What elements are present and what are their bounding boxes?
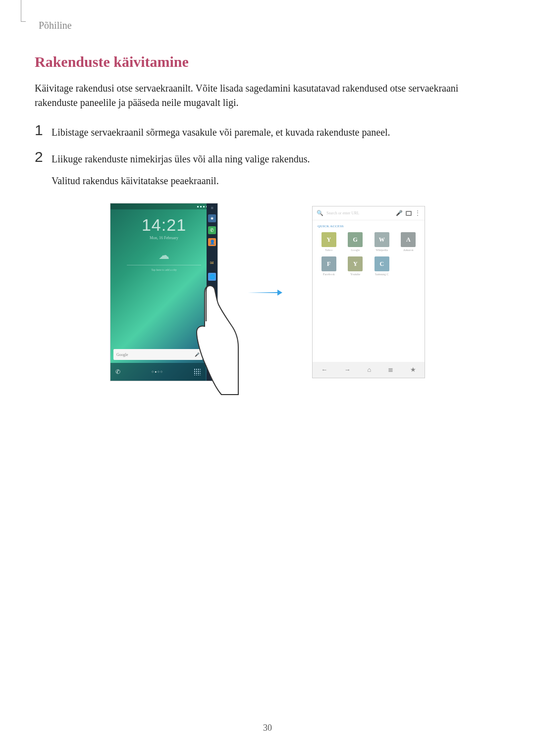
step-1: 1 Libistage servaekraanil sõrmega vasaku… xyxy=(35,123,500,140)
back-icon: ← xyxy=(321,366,327,374)
step-2-subtext: Valitud rakendus käivitatakse peaekraani… xyxy=(52,173,310,188)
edge-menu-icon: ≡ xyxy=(208,205,216,210)
nav-dots: ○ ● ○ ○ xyxy=(152,370,162,374)
quick-access-label: QUICK ACCESS xyxy=(313,220,425,230)
google-search-bar: Google 🎤 xyxy=(113,349,203,360)
search-icon: 🔍 xyxy=(317,210,323,216)
edge-panel: ≡ ★ ✆ 👤 ✉ 🌐 ✎ ⌄ xyxy=(207,203,217,381)
step-number: 1 xyxy=(35,123,52,138)
edge-mail-icon: ✉ xyxy=(208,259,216,267)
windows-icon xyxy=(406,211,412,216)
mic-icon: 🎤 xyxy=(396,210,403,216)
step-text: Libistage servaekraanil sõrmega vasakule… xyxy=(52,123,390,140)
edge-contact-icon: 👤 xyxy=(208,238,216,246)
more-icon: ⋮ xyxy=(415,212,421,214)
weather-hint: Tap here to add a city xyxy=(127,268,201,271)
step-1-text: Libistage servaekraanil sõrmega vasakule… xyxy=(52,127,390,138)
edge-phone-icon: ✆ xyxy=(208,226,216,234)
clock-date: Mon, 16 February xyxy=(110,236,217,240)
section-title: Rakenduste käivitamine xyxy=(35,53,500,70)
tile-wikipedia: WWikipedia xyxy=(371,232,393,252)
step-2-text: Liikuge rakenduste nimekirjas üles või a… xyxy=(52,153,310,164)
clock-time: 14:21 xyxy=(110,215,217,235)
edge-browser-icon: 🌐 xyxy=(208,273,216,281)
search-label: Google xyxy=(116,353,128,357)
quick-access-grid: YYahoo GGoogle WWikipedia AAmazon FFaceb… xyxy=(313,230,425,278)
home-icon: ⌂ xyxy=(368,366,372,374)
forward-icon: → xyxy=(344,366,351,374)
browser-nav-bar: ← → ⌂ ≣ ★ xyxy=(313,362,425,378)
intro-paragraph: Käivitage rakendusi otse servaekraanilt.… xyxy=(35,81,500,110)
figure-phone-home: 14:21 Mon, 16 February ☁ Tap here to add… xyxy=(110,203,218,381)
cloud-icon: ☁ xyxy=(127,249,201,262)
browser-top-bar: 🔍 Search or enter URL 🎤 ⋮ xyxy=(313,206,425,220)
page-number: 30 xyxy=(0,723,535,733)
tile-youtube: YYoutube xyxy=(344,256,367,276)
tile-google: GGoogle xyxy=(344,232,367,252)
edge-note-icon: ✎ xyxy=(208,353,216,361)
tile-yahoo: YYahoo xyxy=(318,232,340,252)
weather-widget: ☁ Tap here to add a city xyxy=(127,249,201,271)
apps-grid-icon xyxy=(194,368,201,375)
tile-samsung: CSamsung C xyxy=(371,256,393,276)
swipe-arrow xyxy=(248,288,282,297)
mic-icon: 🎤 xyxy=(195,353,200,357)
step-number: 2 xyxy=(35,150,52,164)
step-text: Liikuge rakenduste nimekirjas üles või a… xyxy=(52,150,310,188)
step-2: 2 Liikuge rakenduste nimekirjas üles või… xyxy=(35,150,500,188)
bookmarks-icon: ≣ xyxy=(388,366,393,374)
edge-star-icon: ★ xyxy=(208,214,216,222)
header-section-label: Põhiline xyxy=(39,20,72,31)
status-bar xyxy=(110,203,217,209)
figure-row: 14:21 Mon, 16 February ☁ Tap here to add… xyxy=(35,203,500,381)
edge-chevron-icon: ⌄ xyxy=(208,372,216,380)
page-content: Rakenduste käivitamine Käivitage rakendu… xyxy=(35,53,500,381)
phone-icon: ✆ xyxy=(115,368,120,376)
star-icon: ★ xyxy=(410,366,416,374)
page-corner-mark xyxy=(21,0,26,22)
tile-amazon: AAmazon xyxy=(397,232,420,252)
dock: ✆ ○ ● ○ ○ xyxy=(110,363,206,381)
figure-phone-browser: 🔍 Search or enter URL 🎤 ⋮ QUICK ACCESS Y… xyxy=(312,206,425,378)
url-placeholder: Search or enter URL xyxy=(326,211,393,215)
tile-facebook: FFacebook xyxy=(318,256,340,276)
edge-color-icon xyxy=(210,364,214,372)
